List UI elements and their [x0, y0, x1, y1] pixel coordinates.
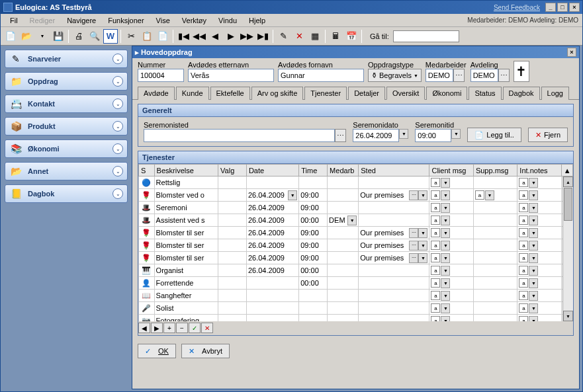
cell-clientmsg[interactable]: a▼: [429, 264, 473, 277]
menu-verktoy[interactable]: Verktøy: [177, 15, 212, 26]
form-icon[interactable]: ▦: [308, 29, 322, 44]
dd-icon[interactable]: ▼: [529, 203, 538, 213]
cell-time[interactable]: [299, 176, 328, 189]
cell-sted[interactable]: Our premises⋯▼: [359, 239, 429, 252]
leggtil-button[interactable]: 📄Legg til..: [467, 128, 521, 142]
scroll-down-icon[interactable]: ▼: [563, 311, 573, 321]
maximize-button[interactable]: □: [557, 3, 568, 12]
prev-icon[interactable]: ◀: [208, 29, 222, 44]
cell-clientmsg[interactable]: a▼: [429, 202, 473, 214]
dd-icon[interactable]: ▼: [441, 190, 450, 200]
dd-icon[interactable]: ▼: [529, 291, 538, 301]
cell-sted[interactable]: [359, 302, 429, 315]
cell-valg[interactable]: [218, 264, 247, 277]
calc-icon[interactable]: 🖩: [328, 29, 343, 44]
cell-date[interactable]: [246, 277, 298, 290]
col-header[interactable]: Sted: [359, 165, 429, 176]
cell-intnotes[interactable]: a▼: [517, 189, 561, 202]
fornavn-input[interactable]: [278, 69, 364, 82]
cell-sted[interactable]: [359, 264, 429, 277]
cell-date[interactable]: 26.04.2009▼: [246, 189, 298, 202]
cell-time[interactable]: 00:00: [299, 277, 328, 290]
minimize-button[interactable]: _: [545, 3, 556, 12]
cell-sted[interactable]: Our premises⋯▼: [359, 252, 429, 264]
cell-intnotes[interactable]: a▼: [517, 214, 561, 227]
cell-valg[interactable]: [218, 239, 247, 252]
cell-valg[interactable]: [218, 214, 247, 227]
cell-beskrivelse[interactable]: Blomster ved o: [154, 189, 218, 202]
tab-detaljer[interactable]: Detaljer: [348, 87, 385, 100]
grid-confirm-icon[interactable]: ✓: [189, 323, 201, 333]
goto-input[interactable]: [393, 30, 459, 42]
cell-beskrivelse[interactable]: Assistent ved s: [154, 214, 218, 227]
col-header[interactable]: Beskrivelse: [154, 165, 218, 176]
cell-time[interactable]: 09:00: [299, 252, 328, 264]
cell-intnotes[interactable]: a▼: [517, 302, 561, 315]
dd-icon[interactable]: ▼: [441, 178, 450, 188]
cell-time[interactable]: [299, 315, 328, 322]
cell-date[interactable]: 26.04.2009: [246, 239, 298, 252]
cell-sted[interactable]: [359, 202, 429, 214]
grid-add-icon[interactable]: +: [163, 323, 175, 333]
cell-clientmsg[interactable]: a▼: [429, 189, 473, 202]
cell-intnotes[interactable]: a▼: [517, 264, 561, 277]
cell-time[interactable]: 09:00: [299, 189, 328, 202]
dd-icon[interactable]: ▼: [529, 228, 538, 238]
table-row[interactable]: 🌹Blomster til ser26.04.200909:00Our prem…: [139, 239, 573, 252]
cell-beskrivelse[interactable]: Organist: [154, 264, 218, 277]
col-header[interactable]: Int.notes: [517, 165, 561, 176]
date-dropdown-icon[interactable]: ▼: [288, 190, 297, 200]
tab-tjenester[interactable]: Tjenester: [304, 87, 347, 100]
chevron-down-icon[interactable]: ⌄: [112, 188, 123, 199]
table-row[interactable]: 🎩Assistent ved s26.04.200900:00DEM▼a▼a▼: [139, 214, 573, 227]
cell-valg[interactable]: [218, 176, 247, 189]
scroll-thumb[interactable]: [564, 188, 572, 221]
dd-icon[interactable]: ▼: [529, 178, 538, 188]
cell-intnotes[interactable]: a▼: [517, 290, 561, 302]
cell-medarb[interactable]: [328, 176, 359, 189]
paste-icon[interactable]: 📄: [156, 29, 170, 44]
dd-icon[interactable]: ▼: [529, 216, 538, 225]
next-icon[interactable]: ▶: [224, 29, 238, 44]
sted-dropdown-icon[interactable]: ▼: [418, 253, 427, 263]
cell-date[interactable]: [246, 290, 298, 302]
cell-beskrivelse[interactable]: Blomster til ser: [154, 252, 218, 264]
sted-picker-icon[interactable]: ⋯: [409, 190, 418, 200]
dd-icon[interactable]: ▼: [529, 266, 538, 276]
prev-page-icon[interactable]: ◀◀: [192, 29, 206, 44]
cell-time[interactable]: [299, 302, 328, 315]
preview-icon[interactable]: 🔍: [87, 29, 102, 44]
cell-suppmsg[interactable]: [473, 239, 517, 252]
dd-icon[interactable]: ▼: [441, 241, 450, 251]
cell-suppmsg[interactable]: [473, 290, 517, 302]
nummer-input[interactable]: [138, 69, 184, 82]
cell-sted[interactable]: [359, 176, 429, 189]
seremonisted-picker[interactable]: ⋯: [335, 129, 346, 142]
table-row[interactable]: 🌹Blomster ved o26.04.2009▼09:00Our premi…: [139, 189, 573, 202]
tab-kunde[interactable]: Kunde: [176, 87, 209, 100]
cell-valg[interactable]: [218, 302, 247, 315]
dd-icon[interactable]: ▼: [529, 303, 538, 313]
cell-clientmsg[interactable]: a▼: [429, 252, 473, 264]
menu-vindu[interactable]: Vindu: [213, 15, 242, 26]
dd-icon[interactable]: ▼: [441, 216, 450, 225]
cell-date[interactable]: 26.04.2009: [246, 252, 298, 264]
medarbeider-picker[interactable]: ⋯: [453, 69, 465, 82]
chevron-down-icon[interactable]: ⌄: [112, 98, 123, 109]
cell-suppmsg[interactable]: [473, 302, 517, 315]
cell-valg[interactable]: [218, 227, 247, 239]
dd-icon[interactable]: ▼: [529, 253, 538, 263]
cell-clientmsg[interactable]: a▼: [429, 176, 473, 189]
cell-beskrivelse[interactable]: Forrettende: [154, 277, 218, 290]
sted-dropdown-icon[interactable]: ▼: [418, 228, 427, 238]
dd-icon[interactable]: ▼: [485, 190, 494, 200]
cell-valg[interactable]: [218, 252, 247, 264]
dd-icon[interactable]: ▼: [441, 316, 450, 322]
sted-dropdown-icon[interactable]: ▼: [418, 241, 427, 251]
dd-icon[interactable]: ▼: [441, 266, 450, 276]
table-row[interactable]: 📖Sangheftera▼a▼: [139, 290, 573, 302]
cell-suppmsg[interactable]: [473, 277, 517, 290]
menu-hjelp[interactable]: Hjelp: [244, 15, 271, 26]
cell-date[interactable]: 26.04.2009: [246, 264, 298, 277]
menu-vise[interactable]: Vise: [151, 15, 175, 26]
